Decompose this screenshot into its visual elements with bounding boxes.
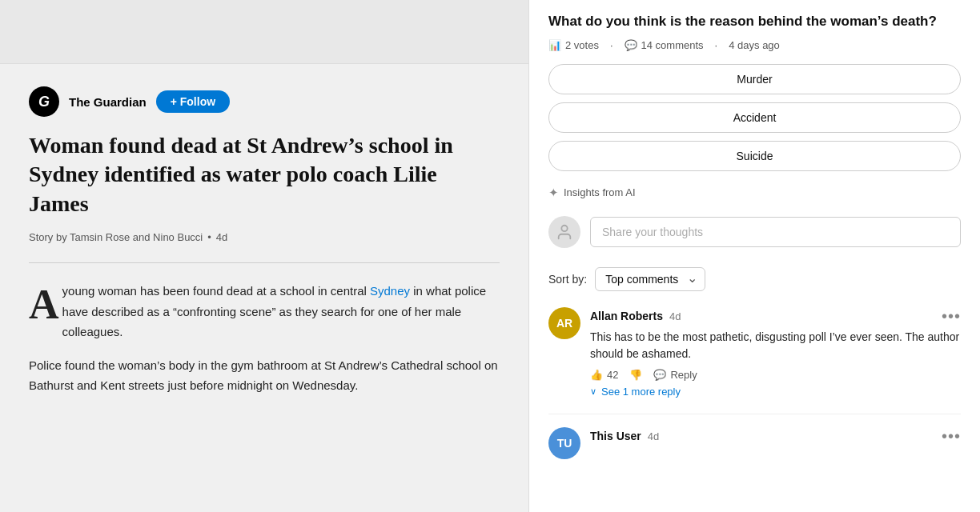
- publisher-name: The Guardian: [69, 95, 147, 109]
- poll-section: What do you think is the reason behind t…: [529, 0, 980, 200]
- chevron-down-icon: ∨: [590, 386, 596, 397]
- comment-divider: [548, 414, 961, 414]
- dislike-button-ar[interactable]: 👎: [629, 369, 642, 381]
- reply-label-ar: Reply: [670, 369, 697, 381]
- poll-option-murder[interactable]: Murder: [548, 64, 961, 94]
- poll-option-suicide[interactable]: Suicide: [548, 141, 961, 171]
- poll-comments: 💬 14 comments: [625, 39, 704, 51]
- comment-header-ar: Allan Roberts 4d •••: [590, 307, 961, 326]
- top-bar: [0, 0, 528, 64]
- comment-more-tu[interactable]: •••: [942, 427, 961, 446]
- comment-author-row-tu: This User 4d: [590, 430, 659, 442]
- poll-dot1: ·: [610, 39, 613, 51]
- poll-comment-icon: 💬: [625, 39, 637, 51]
- sydney-link[interactable]: Sydney: [370, 284, 410, 298]
- meta-dot: •: [207, 231, 211, 243]
- comment-actions-ar: 👍 42 👎 💬 Reply: [590, 369, 961, 381]
- comment-item-tu: TU This User 4d •••: [548, 427, 961, 459]
- comment-body-ar: Allan Roberts 4d ••• This has to be the …: [590, 307, 961, 398]
- poll-question: What do you think is the reason behind t…: [548, 13, 961, 31]
- article-title: Woman found dead at St Andrew’s school i…: [29, 131, 500, 218]
- article-byline: Story by Tamsin Rose and Nino Bucci: [29, 231, 203, 243]
- see-more-reply-ar[interactable]: ∨ See 1 more reply: [590, 386, 961, 398]
- insights-label: Insights from AI: [564, 186, 636, 198]
- article-para-1: Ayoung woman has been found dead at a sc…: [29, 281, 500, 342]
- comment-author-row: Allan Roberts 4d: [590, 310, 681, 322]
- comment-author-tu: This User: [590, 430, 641, 442]
- comment-item: AR Allan Roberts 4d ••• This has to be t…: [548, 307, 961, 398]
- share-thoughts-input[interactable]: Share your thoughts: [590, 217, 961, 247]
- comment-text-ar: This has to be the most pathetic, disgus…: [590, 329, 961, 362]
- comment-time-tu: 4d: [648, 430, 659, 442]
- poll-chart-icon: 📊: [548, 39, 561, 51]
- article-body: Ayoung woman has been found dead at a sc…: [29, 281, 500, 396]
- comments-section: Share your thoughts Sort by: Top comment…: [529, 216, 980, 459]
- comment-body-tu: This User 4d •••: [590, 427, 961, 459]
- comment-header-tu: This User 4d •••: [590, 427, 961, 446]
- thumbs-down-icon: 👎: [629, 369, 642, 381]
- svg-point-0: [561, 226, 567, 231]
- comment-avatar-tu: TU: [548, 427, 580, 459]
- ai-spark-icon: ✦: [548, 186, 559, 200]
- sort-select[interactable]: Top comments: [595, 267, 705, 291]
- article-meta: Story by Tamsin Rose and Nino Bucci • 4d: [29, 231, 500, 243]
- follow-button[interactable]: + Follow: [156, 90, 230, 113]
- sort-select-wrapper: Top comments: [595, 267, 705, 291]
- reply-icon: 💬: [653, 369, 666, 381]
- guardian-logo: G: [29, 86, 59, 117]
- insights-row: ✦ Insights from AI: [548, 186, 961, 200]
- comment-author-ar: Allan Roberts: [590, 310, 663, 322]
- poll-option-accident[interactable]: Accident: [548, 102, 961, 133]
- publisher-row: G The Guardian + Follow: [29, 86, 500, 117]
- left-panel: G The Guardian + Follow Woman found dead…: [0, 0, 528, 512]
- poll-stats: 📊 2 votes · 💬 14 comments · 4 days ago: [548, 39, 961, 51]
- article-divider: [29, 262, 500, 263]
- sort-row: Sort by: Top comments: [548, 267, 961, 291]
- poll-votes: 📊 2 votes: [548, 39, 599, 51]
- like-button-ar[interactable]: 👍 42: [590, 369, 618, 381]
- poll-options: Murder Accident Suicide: [548, 64, 961, 171]
- comment-time-ar: 4d: [669, 310, 681, 322]
- thumbs-up-icon: 👍: [590, 369, 603, 381]
- reply-button-ar[interactable]: 💬 Reply: [653, 369, 697, 381]
- article-container: G The Guardian + Follow Woman found dead…: [0, 64, 528, 512]
- comment-avatar-ar: AR: [548, 307, 580, 339]
- drop-cap: A: [29, 284, 59, 326]
- user-avatar: [548, 216, 580, 248]
- article-time: 4d: [216, 231, 227, 243]
- see-more-label-ar: See 1 more reply: [601, 386, 681, 398]
- share-thoughts-row: Share your thoughts: [548, 216, 961, 248]
- article-para-2: Police found the woman’s body in the gym…: [29, 355, 500, 396]
- guardian-logo-letter: G: [38, 94, 50, 110]
- right-panel: What do you think is the reason behind t…: [528, 0, 980, 512]
- like-count-ar: 42: [607, 369, 618, 381]
- comment-more-ar[interactable]: •••: [942, 307, 961, 326]
- poll-dot2: ·: [715, 39, 718, 51]
- sort-label: Sort by:: [548, 273, 587, 286]
- poll-time: 4 days ago: [729, 39, 780, 51]
